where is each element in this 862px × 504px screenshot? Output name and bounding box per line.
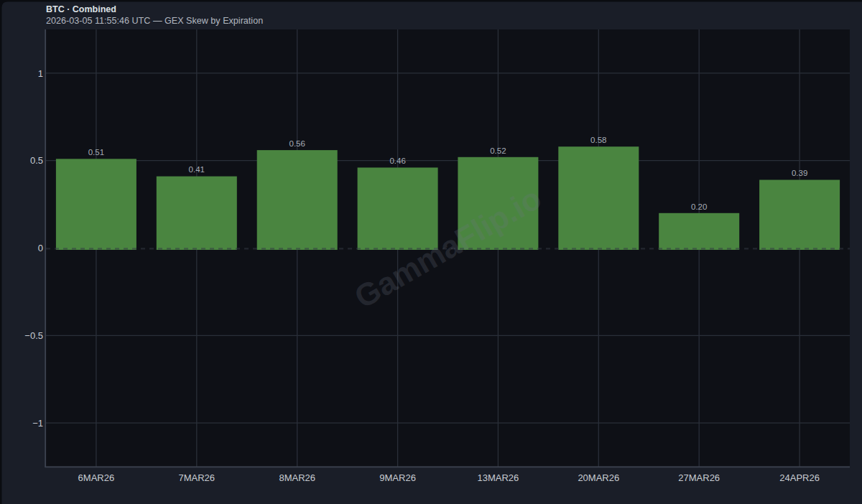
svg-text:1: 1 xyxy=(38,68,43,79)
svg-text:0.56: 0.56 xyxy=(289,139,305,148)
svg-text:13MAR26: 13MAR26 xyxy=(477,472,519,483)
svg-text:0.5: 0.5 xyxy=(30,155,43,166)
svg-text:BTC · Combined: BTC · Combined xyxy=(46,4,116,14)
svg-text:−1: −1 xyxy=(32,418,43,429)
svg-text:24APR26: 24APR26 xyxy=(779,472,820,483)
svg-text:0.46: 0.46 xyxy=(389,157,405,165)
svg-text:0: 0 xyxy=(38,243,43,253)
svg-text:0.39: 0.39 xyxy=(792,169,807,177)
svg-text:0.20: 0.20 xyxy=(691,202,707,211)
svg-text:0.58: 0.58 xyxy=(590,136,606,144)
svg-text:6MAR26: 6MAR26 xyxy=(78,472,115,483)
svg-text:0.41: 0.41 xyxy=(189,165,205,174)
svg-text:−0.5: −0.5 xyxy=(24,330,43,341)
svg-text:20MAR26: 20MAR26 xyxy=(578,472,619,483)
svg-text:9MAR26: 9MAR26 xyxy=(379,472,416,483)
svg-text:8MAR26: 8MAR26 xyxy=(279,472,315,483)
svg-text:2026-03-05 11:55:46 UTC — GEX: 2026-03-05 11:55:46 UTC — GEX Skew by Ex… xyxy=(46,16,263,26)
svg-text:7MAR26: 7MAR26 xyxy=(179,472,216,483)
svg-text:0.52: 0.52 xyxy=(490,146,506,155)
svg-text:0.51: 0.51 xyxy=(88,148,104,157)
svg-text:27MAR26: 27MAR26 xyxy=(678,472,720,483)
